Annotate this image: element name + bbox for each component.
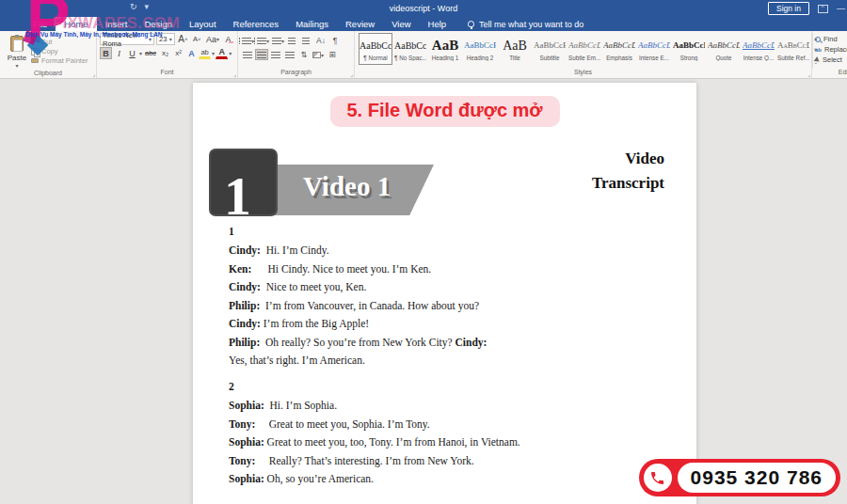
format-painter-button[interactable]: Format Painter <box>31 56 88 65</box>
document-page[interactable]: 5. File Word được mở Video Transcript Vi… <box>193 83 696 504</box>
ribbon-display-options-icon[interactable] <box>818 5 828 13</box>
tab-help[interactable]: Help <box>420 17 455 31</box>
font-size-combobox[interactable]: 23 ▾ <box>156 33 175 45</box>
font-size-dropdown-icon[interactable]: ▾ <box>169 36 172 42</box>
style-card-subtitle[interactable]: AaBbCcESubtitle <box>533 33 567 65</box>
grow-font-button[interactable]: A˄ <box>177 33 189 45</box>
video-badge-graphic: Video 1 1 <box>209 149 435 224</box>
cut-label: Cut <box>41 38 53 46</box>
speaker-name: Sophia: <box>229 473 264 484</box>
style-card-subtle-em[interactable]: AaBbCcDSubtle Em... <box>567 33 601 65</box>
style-card-subtle-ref[interactable]: AaBbCcDSubtle Ref... <box>776 33 810 65</box>
style-label: Quote <box>708 55 740 61</box>
tell-me-box[interactable]: Tell me what you want to do <box>468 17 583 31</box>
highlight-dropdown-icon[interactable]: ▾ <box>212 50 215 56</box>
tab-review[interactable]: Review <box>337 17 383 31</box>
replace-button[interactable]: ab Replace <box>815 45 847 54</box>
style-sample: AaBbCcD <box>360 37 392 55</box>
style-card-intense-e[interactable]: AaBbCcDIntense E... <box>637 33 671 65</box>
ribbon-group-styles: AaBbCcD¶ NormalAaBbCcD¶ No Spac...AaBHea… <box>355 31 812 78</box>
tab-design[interactable]: Design <box>136 17 181 31</box>
clipboard-commands: ✂ Cut Copy Format Painter <box>31 33 88 69</box>
align-center-button[interactable] <box>255 49 268 60</box>
speaker-name: Sophia: <box>229 400 264 411</box>
paragraph-content: ▾ ▾ ▾ A↓ ¶ ⇅ ▾ ⊞ <box>238 31 354 68</box>
style-card-title[interactable]: AaBTitle <box>498 33 532 65</box>
editing-group-label: Editing <box>812 68 847 78</box>
line-spacing-button[interactable]: ⇅ <box>297 49 311 60</box>
transcript-line: Sophia: Hi. I’m Sophia. <box>229 400 670 411</box>
shading-button[interactable]: ▾ <box>312 49 325 60</box>
style-card-h2[interactable]: AaBbCcEHeading 2 <box>463 33 497 65</box>
ribbon-group-paragraph: ▾ ▾ ▾ A↓ ¶ ⇅ ▾ ⊞ Paragra <box>238 31 355 78</box>
style-card-normal[interactable]: AaBbCcD¶ Normal <box>359 33 392 65</box>
tab-mailings[interactable]: Mailings <box>287 17 337 31</box>
tell-me-label: Tell me what you want to do <box>479 20 583 29</box>
italic-button[interactable]: I <box>113 47 125 59</box>
subscript-button[interactable]: x₂ <box>159 47 171 59</box>
copy-label: Copy <box>41 47 58 55</box>
tab-view[interactable]: View <box>383 17 419 31</box>
speaker-name: Cindy: <box>229 244 261 256</box>
speaker-name: Sophia: <box>229 436 264 448</box>
decrease-indent-button[interactable] <box>286 35 299 46</box>
tab-strip: FileHomeInsertDesignLayoutReferencesMail… <box>0 17 847 31</box>
video-badge-title: Video 1 <box>303 171 391 202</box>
justify-button[interactable] <box>283 49 296 60</box>
speaker-name: Cindy: <box>229 318 261 329</box>
minimize-icon[interactable]: — <box>837 4 845 13</box>
titlebar-controls: Sign in — <box>768 0 845 17</box>
copy-button[interactable]: Copy <box>31 47 88 55</box>
text-highlight-button[interactable]: ab <box>199 47 211 59</box>
shrink-font-button[interactable]: A˅ <box>191 33 203 45</box>
increase-indent-button[interactable] <box>300 35 313 46</box>
multilevel-list-button[interactable]: ▾ <box>271 35 285 46</box>
style-card-nospace[interactable]: AaBbCcD¶ No Spac... <box>393 33 427 65</box>
font-name-dropdown-icon[interactable]: ▾ <box>149 36 152 42</box>
cut-button[interactable]: ✂ Cut <box>31 37 88 46</box>
clear-formatting-button[interactable]: A <box>222 33 234 45</box>
paragraph-dialog-launcher-icon[interactable]: ⌟ <box>350 71 353 77</box>
style-card-strong[interactable]: AaBbCcDStrong <box>672 33 706 65</box>
align-right-button[interactable] <box>269 49 282 60</box>
paste-button[interactable]: Paste ▾ <box>3 33 31 69</box>
paste-dropdown-icon[interactable]: ▾ <box>15 62 18 69</box>
select-button[interactable]: Select <box>815 55 847 64</box>
style-sample: AaBbCcD <box>638 37 670 55</box>
align-right-icon <box>271 52 280 58</box>
find-button[interactable]: Find <box>815 35 847 43</box>
underline-dropdown-icon[interactable]: ▾ <box>139 50 142 56</box>
text-effects-button[interactable]: A <box>185 47 198 59</box>
transcript-line: Tony: Great to meet you, Sophia. I’m Ton… <box>229 418 670 430</box>
bold-button[interactable]: B <box>100 47 112 59</box>
annotation-callout: 5. File Word được mở <box>329 96 559 127</box>
clipboard-dialog-launcher-icon[interactable]: ⌟ <box>92 71 95 77</box>
show-paragraph-marks-button[interactable]: ¶ <box>328 35 342 46</box>
font-content: Times New Roma ▾ 23 ▾ A˄ A˅ Aa▾ A B I U <box>97 31 237 68</box>
tab-file[interactable]: File <box>24 17 56 31</box>
change-case-button[interactable]: Aa▾ <box>205 33 220 45</box>
sign-in-button[interactable]: Sign in <box>768 2 809 15</box>
borders-button[interactable]: ⊞ <box>326 49 339 60</box>
tab-layout[interactable]: Layout <box>181 17 225 31</box>
strikethrough-button[interactable]: abc <box>143 47 158 59</box>
style-card-intense-q[interactable]: AaBbCcDIntense Q... <box>742 33 775 65</box>
style-sample: AaBbCcE <box>534 37 566 55</box>
style-card-emphasis[interactable]: AaBbCcDEmphasis <box>602 33 636 65</box>
styles-dialog-launcher-icon[interactable]: ⌟ <box>807 71 810 77</box>
align-left-button[interactable] <box>241 49 254 60</box>
tab-insert[interactable]: Insert <box>97 17 136 31</box>
font-name-combobox[interactable]: Times New Roma ▾ <box>100 33 154 45</box>
style-card-h1[interactable]: AaBHeading 1 <box>428 33 462 65</box>
numbered-list-button[interactable]: ▾ <box>256 35 270 46</box>
tab-home[interactable]: Home <box>56 17 96 31</box>
underline-button[interactable]: U <box>126 47 138 59</box>
superscript-button[interactable]: x² <box>172 47 184 59</box>
font-color-dropdown-icon[interactable]: ▾ <box>229 50 232 56</box>
style-card-quote[interactable]: AaBbCcDQuote <box>707 33 741 65</box>
sort-button[interactable]: A↓ <box>314 35 328 46</box>
font-group-label: Font <box>97 68 237 78</box>
tab-references[interactable]: References <box>225 17 288 31</box>
font-dialog-launcher-icon[interactable]: ⌟ <box>233 71 236 77</box>
font-color-button[interactable]: A <box>216 47 228 59</box>
